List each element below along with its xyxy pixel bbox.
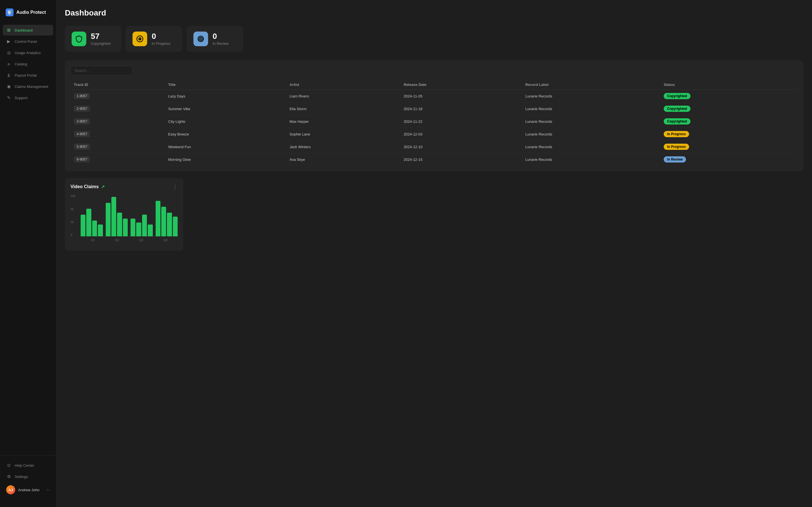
chart-bar	[111, 197, 116, 236]
stat-info-copyrighted: 57 Copyrighted	[91, 33, 110, 46]
cell-release-date: 2024-11-22	[400, 115, 522, 128]
stat-info-in-progress: 0 In Progress	[152, 33, 170, 46]
settings-icon: ⚙	[6, 474, 11, 479]
quarter-group-q3	[131, 215, 153, 236]
table-row[interactable]: 3-9057 City Lights Max Harper 2024-11-22…	[70, 115, 798, 128]
cell-track-id: 2-9057	[70, 103, 165, 115]
chart-bar	[142, 215, 147, 236]
status-badge: Copyrighted	[664, 118, 691, 124]
status-badge: In Progress	[664, 144, 689, 150]
chart-bar	[81, 215, 86, 236]
table-row[interactable]: 4-9057 Easy Breeze Sophie Lane 2024-12-0…	[70, 128, 798, 140]
sidebar-item-control-panel[interactable]: ▶ Control Panel	[3, 36, 53, 47]
table-row[interactable]: 2-9057 Summer Vibe Ella Storm 2024-11-18…	[70, 103, 798, 115]
chart-bar	[106, 203, 110, 236]
chart-bar	[156, 201, 160, 236]
sidebar-item-label: Payout Portal	[15, 73, 37, 77]
user-profile[interactable]: AJ Andrew John ···	[3, 483, 53, 497]
track-id-badge: 4-9057	[74, 131, 90, 137]
user-name: Andrew John	[18, 488, 43, 492]
stat-label-in-review: In Review	[213, 41, 229, 46]
chart-bar	[167, 213, 172, 236]
page-title: Dashboard	[65, 8, 804, 17]
cell-artist: Jack Winters	[286, 140, 400, 153]
sidebar-item-label: Settings	[15, 474, 28, 479]
cell-record-label: Lunarie Records	[522, 103, 660, 115]
quarter-group-q2	[106, 197, 128, 236]
cell-record-label: Lunarie Records	[522, 140, 660, 153]
x-label-q1: Q1	[81, 238, 105, 242]
stat-number-in-review: 0	[213, 33, 229, 40]
cell-status: Copyrighted	[660, 115, 798, 128]
col-header-track-id: Track ID	[70, 80, 165, 90]
support-icon: ✎	[6, 95, 11, 100]
sidebar-item-support[interactable]: ✎ Support	[3, 93, 53, 103]
sidebar-item-label: Usage Analytics	[15, 51, 41, 55]
cell-title: Morning Glow	[165, 153, 286, 166]
cell-status: In Progress	[660, 140, 798, 153]
cell-title: Lazy Days	[165, 90, 286, 103]
stat-label-in-progress: In Progress	[152, 41, 170, 46]
cell-status: Copyrighted	[660, 103, 798, 115]
cell-track-id: 5-9057	[70, 140, 165, 153]
chart-bar	[131, 219, 135, 236]
sidebar-item-usage-analytics[interactable]: ◎ Usage Analytics	[3, 47, 53, 58]
search-input[interactable]	[70, 66, 133, 75]
cell-release-date: 2024-11-05	[400, 90, 522, 103]
sidebar-item-label: Support	[15, 96, 28, 100]
chart-x-labels: Q1Q2Q3Q4	[81, 238, 177, 242]
stat-icon-in-progress	[133, 32, 147, 46]
quarter-group-q1	[81, 209, 103, 236]
dashboard-icon: ⊞	[6, 27, 11, 33]
table-row[interactable]: 6-9057 Morning Glow Ava Skye 2024-12-15 …	[70, 153, 798, 166]
chart-bar	[148, 224, 153, 236]
cell-artist: Max Harper	[286, 115, 400, 128]
cell-title: Weekend Fun	[165, 140, 286, 153]
logo-icon: 🛡️	[6, 8, 13, 16]
cell-title: City Lights	[165, 115, 286, 128]
app-name: Audio Protect	[16, 10, 46, 15]
chart-menu-button[interactable]: ⋮	[172, 184, 177, 190]
x-label-q2: Q2	[105, 238, 129, 242]
cell-record-label: Lunarie Records	[522, 90, 660, 103]
track-id-badge: 5-9057	[74, 144, 90, 150]
sidebar-item-claims-management[interactable]: ◉ Claims Management	[3, 81, 53, 92]
table-section: Track IDTitleArtistRelease DateRecord La…	[65, 60, 804, 171]
table-row[interactable]: 5-9057 Weekend Fun Jack Winters 2024-12-…	[70, 140, 798, 153]
y-label: 0	[70, 233, 79, 237]
nav-items: ⊞ Dashboard ▶ Control Panel ◎ Usage Anal…	[0, 25, 56, 455]
chart-bar	[123, 219, 128, 236]
claims-management-icon: ◉	[6, 84, 11, 89]
sidebar-item-dashboard[interactable]: ⊞ Dashboard	[3, 25, 53, 36]
stat-label-copyrighted: Copyrighted	[91, 41, 110, 46]
stat-cards: 57 Copyrighted 0 In Progress 0 In Review	[65, 26, 804, 52]
cell-status: In Progress	[660, 128, 798, 140]
table-row[interactable]: 1-9057 Lazy Days Liam Rivers 2024-11-05 …	[70, 90, 798, 103]
sidebar: 🛡️ Audio Protect ⊞ Dashboard ▶ Control P…	[0, 0, 56, 507]
col-header-title: Title	[165, 80, 286, 90]
sidebar-item-catalog[interactable]: ≡ Catalog	[3, 59, 53, 69]
stat-card-in-progress: 0 In Progress	[126, 26, 182, 52]
cell-status: In Review	[660, 153, 798, 166]
chart-header: Video Claims ↗ ⋮	[70, 184, 177, 190]
cell-artist: Sophie Lane	[286, 128, 400, 140]
cell-artist: Ella Storm	[286, 103, 400, 115]
stat-icon-in-review	[193, 32, 208, 46]
sidebar-item-payout-portal[interactable]: $ Payout Portal	[3, 70, 53, 80]
cell-title: Easy Breeze	[165, 128, 286, 140]
status-badge: In Progress	[664, 131, 689, 137]
chart-bar	[86, 209, 91, 236]
chart-y-labels: 10k5k1k0	[70, 194, 79, 237]
sidebar-item-label: Dashboard	[15, 28, 33, 33]
sidebar-item-help-center[interactable]: ⊙ Help Center	[3, 460, 53, 471]
chart-bar	[161, 207, 166, 236]
sidebar-item-settings[interactable]: ⚙ Settings	[3, 471, 53, 482]
chart-section: Video Claims ↗ ⋮ 10k5k1k0 Q1Q2Q3Q4	[65, 178, 183, 251]
bottom-nav: ⊙ Help Center ⚙ Settings	[3, 460, 53, 482]
cell-artist: Ava Skye	[286, 153, 400, 166]
chart-bar	[136, 223, 141, 236]
stat-number-in-progress: 0	[152, 33, 170, 40]
track-id-badge: 2-9057	[74, 106, 90, 112]
logo: 🛡️ Audio Protect	[0, 6, 56, 25]
more-options-icon[interactable]: ···	[46, 487, 50, 492]
